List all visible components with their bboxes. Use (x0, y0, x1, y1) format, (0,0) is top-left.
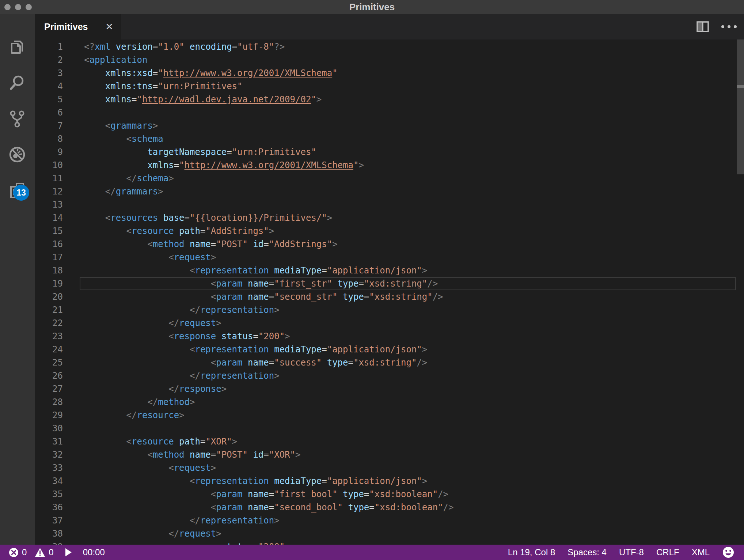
sidebar-item-explorer[interactable] (8, 38, 26, 56)
sidebar-item-debug[interactable] (8, 146, 26, 163)
titlebar: Primitives (0, 0, 744, 14)
code-line[interactable]: 18 <representation mediaType="applicatio… (35, 264, 744, 277)
line-number: 38 (35, 527, 63, 540)
run-button[interactable] (65, 548, 72, 557)
feedback-smiley[interactable] (722, 546, 734, 559)
code-line[interactable]: 36 <param name="second_bool" type="xsd:b… (35, 501, 744, 514)
code-line[interactable]: 10 xmlns="http://www.w3.org/2001/XMLSche… (35, 159, 744, 172)
problems-warnings[interactable]: 0 (35, 547, 53, 557)
timer[interactable]: 00:00 (83, 547, 105, 557)
code-line[interactable]: 26 </representation> (35, 369, 744, 382)
cursor-position[interactable]: Ln 19, Col 8 (508, 547, 555, 557)
code-text: <param name="first_bool" type="xsd:boole… (63, 488, 448, 501)
code-line[interactable]: 17 <request> (35, 251, 744, 264)
line-number: 15 (35, 224, 63, 238)
window-title: Primitives (349, 1, 395, 13)
code-text: </grammars> (63, 185, 163, 198)
indentation[interactable]: Spaces: 4 (568, 547, 607, 557)
vertical-scrollbar[interactable] (737, 39, 744, 174)
code-line[interactable]: 22 </request> (35, 317, 744, 330)
code-text: <method name="POST" id="AddStrings"> (63, 238, 338, 251)
code-line[interactable]: 37 </representation> (35, 514, 744, 527)
line-number: 31 (35, 435, 63, 448)
tab-label: Primitives (44, 22, 88, 32)
code-line[interactable]: 5 xmlns="http://wadl.dev.java.net/2009/0… (35, 93, 744, 106)
minimize-window-button[interactable] (15, 4, 21, 10)
code-line[interactable]: 32 <method name="POST" id="XOR"> (35, 448, 744, 461)
code-line[interactable]: 35 <param name="first_bool" type="xsd:bo… (35, 488, 744, 501)
sidebar-item-source-control[interactable] (8, 110, 26, 128)
code-line[interactable]: 14 <resources base="{{location}}/Primiti… (35, 211, 744, 224)
code-line[interactable]: 39 <response status="200"> (35, 540, 744, 545)
line-number: 11 (35, 172, 63, 185)
code-line[interactable]: 8 <schema (35, 132, 744, 145)
code-line[interactable]: 13 (35, 198, 744, 211)
code-line[interactable]: 1<?xml version="1.0" encoding="utf-8"?> (35, 40, 744, 53)
error-icon (9, 548, 19, 557)
files-icon (8, 38, 26, 56)
code-line[interactable]: 4 xmlns:tns="urn:Primitives" (35, 80, 744, 93)
line-number: 13 (35, 198, 63, 211)
code-line[interactable]: 19 <param name="first_str" type="xsd:str… (35, 277, 744, 290)
code-line[interactable]: 20 <param name="second_str" type="xsd:st… (35, 290, 744, 303)
code-line[interactable]: 27 </response> (35, 382, 744, 396)
problems-errors[interactable]: 0 (9, 547, 27, 557)
code-line[interactable]: 15 <resource path="AddStrings"> (35, 224, 744, 238)
line-number: 9 (35, 145, 63, 159)
code-lines: 1<?xml version="1.0" encoding="utf-8"?>2… (35, 40, 744, 545)
code-line[interactable]: 25 <param name="success" type="xsd:strin… (35, 356, 744, 369)
code-text (63, 198, 84, 211)
code-line[interactable]: 31 <resource path="XOR"> (35, 435, 744, 448)
line-number: 16 (35, 238, 63, 251)
code-line[interactable]: 6 (35, 106, 744, 119)
line-number: 18 (35, 264, 63, 277)
close-window-button[interactable] (4, 4, 11, 10)
tab-close-button[interactable]: ✕ (105, 21, 113, 33)
code-text: </response> (63, 382, 227, 396)
status-bar: 0 0 00:00 Ln 19, Col 8 Spaces: 4 UTF-8 C… (0, 545, 744, 560)
line-number: 26 (35, 369, 63, 382)
split-editor-button[interactable] (696, 21, 709, 32)
code-line[interactable]: 29 </resource> (35, 409, 744, 422)
code-line[interactable]: 30 (35, 422, 744, 435)
line-number: 35 (35, 488, 63, 501)
code-text: <request> (63, 461, 216, 474)
code-line[interactable]: 38 </request> (35, 527, 744, 540)
code-line[interactable]: 9 targetNamespace="urn:Primitives" (35, 145, 744, 159)
code-text: <param name="second_bool" type="xsd:bool… (63, 501, 453, 514)
line-number: 36 (35, 501, 63, 514)
code-line[interactable]: 11 </schema> (35, 172, 744, 185)
line-number: 24 (35, 343, 63, 356)
activity-bar: 13 (0, 14, 35, 545)
code-text: targetNamespace="urn:Primitives" (63, 145, 316, 159)
code-line[interactable]: 2<application (35, 53, 744, 67)
code-text: <representation mediaType="application/j… (63, 343, 427, 356)
encoding[interactable]: UTF-8 (619, 547, 644, 557)
code-line[interactable]: 12 </grammars> (35, 185, 744, 198)
zoom-window-button[interactable] (26, 4, 32, 10)
code-line[interactable]: 28 </method> (35, 396, 744, 409)
more-actions-icon (721, 25, 724, 28)
more-actions-button[interactable] (719, 23, 739, 30)
code-text: <?xml version="1.0" encoding="utf-8"?> (63, 40, 285, 53)
code-line[interactable]: 33 <request> (35, 461, 744, 474)
code-line[interactable]: 3 xmlns:xsd="http://www.w3.org/2001/XMLS… (35, 67, 744, 80)
code-line[interactable]: 34 <representation mediaType="applicatio… (35, 474, 744, 488)
code-text: </schema> (63, 172, 174, 185)
code-text: <request> (63, 251, 216, 264)
sidebar-item-search[interactable] (8, 74, 26, 91)
code-text (63, 106, 84, 119)
code-line[interactable]: 24 <representation mediaType="applicatio… (35, 343, 744, 356)
code-editor[interactable]: 1<?xml version="1.0" encoding="utf-8"?>2… (35, 39, 744, 545)
code-line[interactable]: 23 <response status="200"> (35, 330, 744, 343)
line-number: 4 (35, 80, 63, 93)
code-line[interactable]: 16 <method name="POST" id="AddStrings"> (35, 238, 744, 251)
editor-actions (696, 14, 739, 39)
code-line[interactable]: 7 <grammars> (35, 119, 744, 132)
code-text: xmlns="http://wadl.dev.java.net/2009/02"… (63, 93, 322, 106)
language-mode[interactable]: XML (692, 547, 710, 557)
line-number: 32 (35, 448, 63, 461)
tab-primitives[interactable]: Primitives ✕ (35, 14, 121, 39)
eol-sequence[interactable]: CRLF (656, 547, 679, 557)
code-line[interactable]: 21 </representation> (35, 303, 744, 317)
